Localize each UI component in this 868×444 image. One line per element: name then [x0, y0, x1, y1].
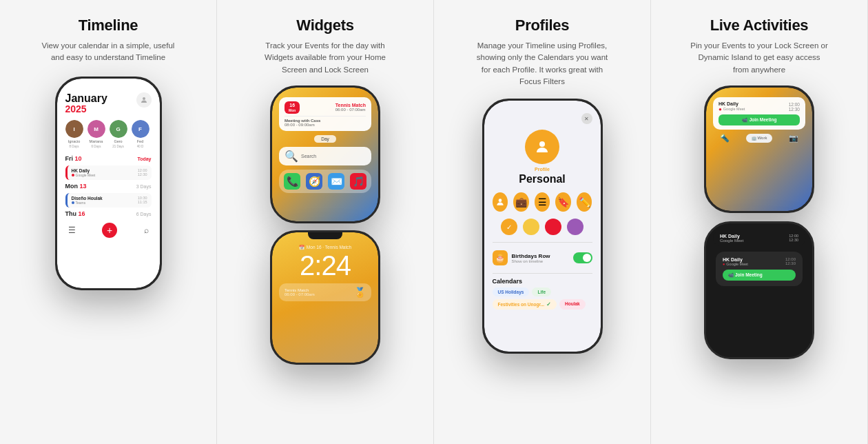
- search-text: Search: [301, 154, 316, 159]
- di-title: HK Daily: [720, 234, 743, 239]
- bottom-icons-row: 🔦 🏢 Work 📷: [713, 134, 805, 143]
- profile-icon-list[interactable]: ☰: [535, 192, 550, 212]
- profile-icon-person[interactable]: [493, 192, 508, 212]
- day-row-fri: Fri 10 Today: [65, 155, 152, 162]
- birthdays-row: 🎂 Birthdays Row Show on timeline: [493, 247, 592, 269]
- live-activities-top-phone: HK Daily ● Google Meet 12:0012:30 📹 Join…: [704, 85, 814, 213]
- contacts-row: I Ignacio 8 Days M Mariana 6 Days G: [65, 120, 152, 148]
- di-right: 12:0012:30: [789, 234, 798, 242]
- profile-avatar: [136, 92, 152, 108]
- home-widget-card: 16Mon Tennis Match 06:00 - 07:00am Meeti…: [279, 97, 371, 131]
- cal-pill-us-holidays[interactable]: US Holidays: [493, 287, 530, 296]
- check-orange: ✓: [506, 223, 512, 231]
- day-label-row: Day: [279, 135, 371, 143]
- search-icon[interactable]: ⌕: [144, 225, 149, 235]
- separator-2: [493, 273, 592, 274]
- dynamic-island: HK Daily Google Meet 12:0012:30: [713, 230, 805, 246]
- colors-row: ✓: [493, 219, 592, 235]
- profiles-section: Profiles Manage your Timeline using Prof…: [434, 0, 651, 444]
- search-bar[interactable]: 🔍 Search: [279, 147, 371, 165]
- contact-2: M Mariana 6 Days: [87, 120, 105, 148]
- dock-music[interactable]: 🎵: [350, 173, 366, 190]
- event-diseno: Diseño Houlak Teams 10:3011:15: [65, 193, 152, 208]
- widgets-home-screen: 16Mon Tennis Match 06:00 - 07:00am Meeti…: [272, 88, 378, 221]
- camera-icon: 📷: [789, 134, 798, 143]
- contact-days-1: 8 Days: [69, 145, 79, 148]
- di-card-left: HK Daily ● Google Meet: [723, 257, 748, 266]
- add-button[interactable]: +: [102, 223, 117, 238]
- day-row-mon: Mon 13 3 Days: [65, 183, 152, 190]
- profiles-phone: ✕ Profile Personal 💼 ☰ 🔖 ✏️: [482, 99, 603, 354]
- flashlight-icon-btn[interactable]: 🔦: [720, 134, 730, 143]
- contact-name-3: Gero: [114, 139, 122, 143]
- month-year: January 2025: [65, 92, 107, 115]
- dock-phone[interactable]: 📞: [284, 173, 300, 190]
- event-dot: [72, 174, 74, 176]
- event1-name: Tennis Match: [335, 103, 366, 108]
- cal-pill-festivities[interactable]: Festivities on Unogr... ✓: [493, 299, 557, 310]
- cal-pill-houlak[interactable]: Houlak: [559, 299, 586, 310]
- dock-mail[interactable]: ✉️: [328, 173, 344, 190]
- color-red[interactable]: [545, 219, 561, 235]
- profile-icon-row: [493, 130, 592, 164]
- event2-detail: 08:00 - 09:00am: [285, 123, 366, 127]
- timeline-section: Timeline View your calendar in a simple,…: [0, 0, 217, 444]
- cal-pill-life[interactable]: Life: [532, 287, 551, 296]
- close-button[interactable]: ✕: [581, 113, 592, 124]
- widget-header: 16Mon Tennis Match 06:00 - 07:00am: [285, 101, 366, 114]
- search-icon-2: 🔍: [285, 150, 298, 163]
- di-card-time: 12:0012:30: [785, 257, 796, 265]
- dynamic-island-screen: HK Daily Google Meet 12:0012:30 HK Daily…: [706, 223, 812, 357]
- date-badge-16: 16Mon: [285, 101, 300, 114]
- di-activity-card: HK Daily ● Google Meet 12:0012:30 📹 Join…: [716, 252, 803, 286]
- work-pill: 🏢 Work: [746, 134, 773, 143]
- profiles-screen: ✕ Profile Personal 💼 ☰ 🔖 ✏️: [484, 101, 601, 352]
- contact-days-4: 40 D: [137, 145, 144, 148]
- widgets-lock-screen: 📅 Mon 16 · Tennis Match 2:24 Tennis Matc…: [272, 232, 378, 363]
- thu-badge: 6 Days: [136, 212, 152, 216]
- menu-icon[interactable]: ☰: [68, 225, 76, 235]
- birthdays-toggle[interactable]: [573, 252, 592, 263]
- contact-days-3: 21 Days: [112, 145, 124, 148]
- color-orange[interactable]: ✓: [501, 219, 517, 235]
- widgets-bottom-phone: 📅 Mon 16 · Tennis Match 2:24 Tennis Matc…: [270, 230, 380, 365]
- birthdays-icon: 🎂: [493, 250, 508, 265]
- profile-icon-edit[interactable]: ✏️: [577, 192, 592, 212]
- profiles-subtitle: Manage your Timeline using Profiles, sho…: [473, 40, 611, 88]
- live-activities-title: Live Activities: [710, 17, 809, 34]
- event1-detail: 06:00 - 07:00am: [335, 108, 366, 112]
- lock-event-bar: 📅 Mon 16 · Tennis Match: [279, 245, 371, 250]
- color-purple[interactable]: [567, 219, 583, 235]
- timeline-title: Timeline: [79, 17, 138, 34]
- camera-icon-btn[interactable]: 📷: [789, 134, 798, 143]
- lock-widget-info: Tennis Match 06:00 - 07:00am: [285, 288, 315, 296]
- event1-info: Tennis Match 06:00 - 07:00am: [335, 103, 366, 112]
- event-diseno-sub: Teams: [72, 201, 103, 205]
- live-activities-lock-screen: HK Daily ● Google Meet 12:0012:30 📹 Join…: [706, 88, 812, 211]
- day-label-fri: Fri 10: [65, 155, 82, 162]
- contact-name-2: Mariana: [90, 139, 103, 143]
- close-button-row: ✕: [493, 113, 592, 124]
- widgets-title: Widgets: [296, 17, 353, 34]
- day-label-mon: Mon 13: [65, 183, 87, 190]
- profile-icon-bookmark[interactable]: 🔖: [555, 192, 571, 212]
- timeline-phone: January 2025 I Ignacio 8 Days: [55, 77, 162, 290]
- lock-widget: Tennis Match 06:00 - 07:00am 🏅: [279, 283, 371, 301]
- contact-avatar-2: M: [87, 120, 105, 138]
- contact-avatar-3: G: [110, 120, 127, 138]
- join-meeting-btn-di[interactable]: 📹 Join Meeting: [723, 270, 796, 281]
- contact-name-4: Fed: [137, 139, 143, 143]
- svg-point-0: [143, 97, 145, 100]
- color-yellow[interactable]: [523, 219, 539, 235]
- profile-label: Profile: [493, 167, 592, 172]
- event-dot-2: [72, 201, 74, 204]
- join-meeting-btn-top[interactable]: 📹 Join Meeting: [719, 114, 800, 125]
- dock-safari[interactable]: 🧭: [306, 173, 322, 190]
- profile-icon-briefcase[interactable]: 💼: [513, 192, 529, 212]
- contact-1: I Ignacio 8 Days: [65, 120, 83, 148]
- widgets-top-phone: 16Mon Tennis Match 06:00 - 07:00am Meeti…: [270, 85, 380, 223]
- lock-card-title: HK Daily: [719, 101, 745, 106]
- profile-name: Personal: [493, 173, 592, 185]
- day-pill: Day: [314, 135, 336, 143]
- widgets-section: Widgets Track your Events for the day wi…: [217, 0, 434, 444]
